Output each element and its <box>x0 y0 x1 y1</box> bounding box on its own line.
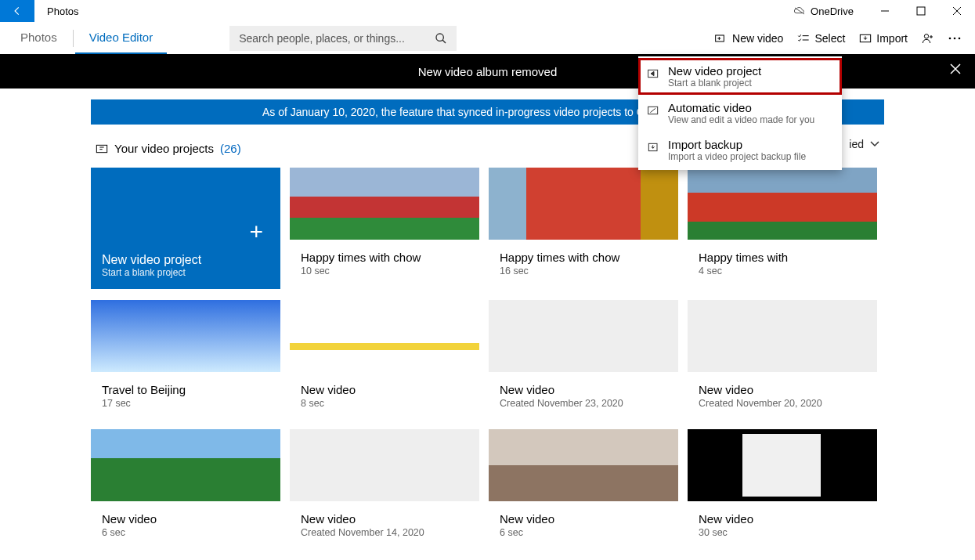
project-count: (26) <box>220 142 241 155</box>
search-placeholder: Search people, places, or things... <box>239 32 405 45</box>
card-title: New video <box>301 512 468 526</box>
import-label: Import <box>876 32 908 45</box>
search-input[interactable]: Search people, places, or things... <box>229 26 457 51</box>
card-title: New video <box>500 512 667 526</box>
notification-text: New video album removed <box>418 65 558 78</box>
plus-icon: + <box>249 219 263 245</box>
thumbnail <box>489 168 678 240</box>
card-title: Happy times with <box>699 251 866 264</box>
thumbnail <box>688 168 877 240</box>
card-title: New video <box>699 383 866 396</box>
new-video-flyout: New video projectStart a blank project A… <box>638 56 842 170</box>
card-subtitle: 8 sec <box>301 398 468 409</box>
project-card[interactable]: Travel to Beijing17 sec <box>91 300 280 418</box>
thumbnail <box>688 429 877 501</box>
svg-rect-0 <box>917 7 925 15</box>
card-subtitle: Created November 20, 2020 <box>699 398 866 409</box>
thumbnail <box>489 300 678 372</box>
np-sub: Start a blank project <box>102 267 269 278</box>
sort-dropdown[interactable]: ied <box>849 138 881 150</box>
cloud-off-icon <box>793 5 806 17</box>
notification-close[interactable] <box>950 63 961 77</box>
import-button[interactable]: Import <box>859 32 908 45</box>
app-title: Photos <box>47 5 78 17</box>
thumbnail <box>290 429 479 501</box>
flyout-automatic-video[interactable]: Automatic videoView and edit a video mad… <box>638 95 842 132</box>
import-file-icon <box>648 141 660 154</box>
select-label: Select <box>814 32 845 45</box>
svg-point-5 <box>949 37 952 39</box>
project-card[interactable]: New videoCreated November 14, 2020 <box>290 429 479 547</box>
card-title: Happy times with chow <box>301 251 468 264</box>
project-card[interactable]: Happy times with chow16 sec <box>489 168 678 289</box>
flyout-new-video-project[interactable]: New video projectStart a blank project <box>638 58 842 95</box>
ellipsis-icon <box>948 32 961 45</box>
onedrive-label: OneDrive <box>811 5 854 17</box>
card-subtitle: 4 sec <box>699 266 866 276</box>
project-card[interactable]: New video6 sec <box>91 429 280 547</box>
card-title: New video <box>699 512 866 526</box>
card-subtitle: 17 sec <box>102 398 269 409</box>
card-subtitle: 30 sec <box>699 527 866 538</box>
thumbnail <box>290 168 479 240</box>
select-button[interactable]: Select <box>797 32 845 45</box>
command-bar: Photos Video Editor Search people, place… <box>0 22 975 54</box>
project-card[interactable]: New video8 sec <box>290 300 479 418</box>
project-card[interactable]: New video6 sec <box>489 429 678 547</box>
flyout-import-backup[interactable]: Import backupImport a video project back… <box>638 132 842 168</box>
thumbnail <box>290 300 479 372</box>
more-button[interactable] <box>948 32 961 45</box>
svg-rect-8 <box>96 145 107 152</box>
window-controls <box>867 0 975 22</box>
new-project-tile[interactable]: New video project Start a blank project … <box>91 168 280 289</box>
flyout-item-title: New video project <box>668 64 761 78</box>
svg-point-7 <box>959 37 961 39</box>
close-button[interactable] <box>939 0 975 22</box>
flyout-item-sub: View and edit a video made for you <box>668 114 814 125</box>
tabs: Photos Video Editor <box>6 22 167 54</box>
card-subtitle: 16 sec <box>500 266 667 276</box>
project-card[interactable]: Happy times with chow10 sec <box>290 168 479 289</box>
tab-video-editor[interactable]: Video Editor <box>75 23 167 54</box>
import-icon <box>859 32 872 45</box>
card-subtitle: 10 sec <box>301 266 468 276</box>
thumbnail <box>91 300 280 372</box>
card-subtitle: 6 sec <box>102 527 269 538</box>
card-title: New video <box>301 383 468 396</box>
project-grid: New video project Start a blank project … <box>91 168 884 547</box>
card-subtitle: Created November 23, 2020 <box>500 398 667 409</box>
project-card[interactable]: New video30 sec <box>688 429 877 547</box>
project-card[interactable]: New videoCreated November 20, 2020 <box>688 300 877 418</box>
sort-label-tail: ied <box>849 138 864 150</box>
np-title: New video project <box>102 253 269 267</box>
maximize-button[interactable] <box>903 0 939 22</box>
tab-divider <box>73 30 74 47</box>
project-card[interactable]: Happy times with4 sec <box>688 168 877 289</box>
card-title: Happy times with chow <box>500 251 667 264</box>
new-video-button[interactable]: New video <box>715 32 783 45</box>
svg-point-6 <box>954 37 956 39</box>
flyout-item-title: Automatic video <box>668 101 814 114</box>
tab-photos[interactable]: Photos <box>6 23 71 54</box>
section-title: Your video projects <box>114 142 214 155</box>
wand-icon <box>648 104 660 117</box>
search-icon <box>435 32 447 45</box>
card-subtitle: 6 sec <box>500 527 667 538</box>
flyout-item-sub: Start a blank project <box>668 78 761 89</box>
back-button[interactable] <box>0 0 34 22</box>
card-title: Travel to Beijing <box>102 383 269 396</box>
chevron-down-icon <box>868 138 881 150</box>
title-bar: Photos OneDrive <box>0 0 975 22</box>
sign-in-button[interactable] <box>922 32 934 45</box>
onedrive-status[interactable]: OneDrive <box>793 5 854 17</box>
flyout-item-title: Import backup <box>668 138 806 151</box>
projects-icon <box>96 143 108 155</box>
card-subtitle: Created November 14, 2020 <box>301 527 468 538</box>
new-video-label: New video <box>732 32 783 45</box>
thumbnail <box>489 429 678 501</box>
minimize-button[interactable] <box>867 0 903 22</box>
card-title: New video <box>102 512 269 526</box>
video-plus-icon <box>715 32 728 45</box>
project-card[interactable]: New videoCreated November 23, 2020 <box>489 300 678 418</box>
flyout-item-sub: Import a video project backup file <box>668 151 806 162</box>
